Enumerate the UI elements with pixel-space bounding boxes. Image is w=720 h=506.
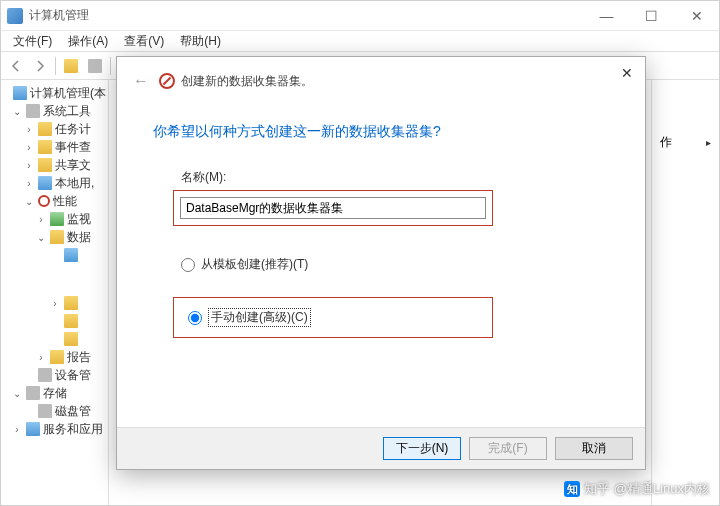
close-button[interactable]: ✕ bbox=[674, 1, 719, 30]
watermark: 知 知乎 @精通Linux内核 bbox=[564, 480, 710, 498]
tree-sub-item-2[interactable]: › bbox=[1, 294, 108, 312]
folder-icon bbox=[64, 296, 78, 310]
expand-icon[interactable]: › bbox=[11, 424, 23, 435]
device-icon bbox=[38, 368, 52, 382]
radio-manual-row[interactable]: 手动创建(高级)(C) bbox=[188, 308, 486, 327]
tree-disk-mgmt[interactable]: 磁盘管 bbox=[1, 402, 108, 420]
tree-label: 数据 bbox=[67, 229, 91, 246]
expand-icon[interactable]: › bbox=[23, 124, 35, 135]
actions-panel: 作 ▸ bbox=[651, 80, 719, 505]
window-title: 计算机管理 bbox=[29, 7, 584, 24]
minimize-button[interactable]: — bbox=[584, 1, 629, 30]
tree-label: 设备管 bbox=[55, 367, 91, 384]
menu-action[interactable]: 操作(A) bbox=[60, 31, 116, 52]
tree-event-viewer[interactable]: ›事件查 bbox=[1, 138, 108, 156]
folder-icon bbox=[64, 248, 78, 262]
tree-monitoring[interactable]: ›监视 bbox=[1, 210, 108, 228]
dialog-close-button[interactable]: ✕ bbox=[617, 63, 637, 83]
radio-template-row[interactable]: 从模板创建(推荐)(T) bbox=[181, 256, 609, 273]
tree-label: 事件查 bbox=[55, 139, 91, 156]
expand-icon[interactable]: › bbox=[35, 214, 47, 225]
cancel-button[interactable]: 取消 bbox=[555, 437, 633, 460]
tree-sub-item-1[interactable] bbox=[1, 246, 108, 264]
tree-panel: 计算机管理(本 ⌄系统工具 ›任务计 ›事件查 ›共享文 ›本地用, ⌄性能 ›… bbox=[1, 80, 109, 505]
tree-label: 磁盘管 bbox=[55, 403, 91, 420]
app-icon bbox=[7, 8, 23, 24]
tree-sub-item-4[interactable] bbox=[1, 330, 108, 348]
tool-properties[interactable] bbox=[84, 55, 106, 77]
storage-icon bbox=[26, 386, 40, 400]
dialog-body: 你希望以何种方式创建这一新的数据收集器集? 名称(M): 从模板创建(推荐)(T… bbox=[117, 97, 645, 427]
tree-reports[interactable]: ›报告 bbox=[1, 348, 108, 366]
window-controls: — ☐ ✕ bbox=[584, 1, 719, 30]
radio-manual[interactable] bbox=[188, 311, 202, 325]
tree-label: 计算机管理(本 bbox=[30, 85, 106, 102]
tree-label: 服务和应用 bbox=[43, 421, 103, 438]
users-icon bbox=[38, 176, 52, 190]
tree-shared-folders[interactable]: ›共享文 bbox=[1, 156, 108, 174]
services-icon bbox=[26, 422, 40, 436]
next-button[interactable]: 下一步(N) bbox=[383, 437, 461, 460]
maximize-button[interactable]: ☐ bbox=[629, 1, 674, 30]
chevron-right-icon: ▸ bbox=[706, 137, 711, 148]
folder-icon bbox=[64, 314, 78, 328]
tree-system-tools[interactable]: ⌄系统工具 bbox=[1, 102, 108, 120]
radio-template-label: 从模板创建(推荐)(T) bbox=[201, 256, 308, 273]
folder-icon bbox=[64, 332, 78, 346]
action-label: 作 bbox=[660, 134, 672, 151]
shared-icon bbox=[38, 158, 52, 172]
expand-icon[interactable]: › bbox=[35, 352, 47, 363]
tree-services[interactable]: ›服务和应用 bbox=[1, 420, 108, 438]
tree-task-scheduler[interactable]: ›任务计 bbox=[1, 120, 108, 138]
tools-icon bbox=[26, 104, 40, 118]
data-icon bbox=[50, 230, 64, 244]
back-arrow-icon[interactable]: ← bbox=[129, 68, 153, 94]
tool-forward[interactable] bbox=[29, 55, 51, 77]
tree-data-collector[interactable]: ⌄数据 bbox=[1, 228, 108, 246]
tree-sub-item-3[interactable] bbox=[1, 312, 108, 330]
tree-device-manager[interactable]: 设备管 bbox=[1, 366, 108, 384]
tree-root[interactable]: 计算机管理(本 bbox=[1, 84, 108, 102]
tool-up[interactable] bbox=[60, 55, 82, 77]
collapse-icon[interactable]: ⌄ bbox=[11, 388, 23, 399]
zhihu-icon: 知 bbox=[564, 481, 580, 497]
radio-manual-label: 手动创建(高级)(C) bbox=[208, 308, 311, 327]
action-item[interactable]: 作 ▸ bbox=[660, 134, 711, 151]
toolbar-separator bbox=[55, 57, 56, 75]
tree-storage[interactable]: ⌄存储 bbox=[1, 384, 108, 402]
collapse-icon[interactable]: ⌄ bbox=[35, 232, 47, 243]
menu-view[interactable]: 查看(V) bbox=[116, 31, 172, 52]
computer-icon bbox=[13, 86, 27, 100]
scheduler-icon bbox=[38, 122, 52, 136]
disk-icon bbox=[38, 404, 52, 418]
perfmon-icon bbox=[159, 73, 175, 89]
tree-label: 本地用, bbox=[55, 175, 94, 192]
tool-back[interactable] bbox=[5, 55, 27, 77]
menu-file[interactable]: 文件(F) bbox=[5, 31, 60, 52]
expand-icon[interactable]: › bbox=[23, 142, 35, 153]
tree-label: 性能 bbox=[53, 193, 77, 210]
wizard-question: 你希望以何种方式创建这一新的数据收集器集? bbox=[153, 123, 609, 141]
menu-help[interactable]: 帮助(H) bbox=[172, 31, 229, 52]
dialog-header: ← 创建新的数据收集器集。 bbox=[117, 57, 645, 97]
collapse-icon[interactable]: ⌄ bbox=[11, 106, 23, 117]
tree-label: 任务计 bbox=[55, 121, 91, 138]
event-icon bbox=[38, 140, 52, 154]
dialog-title: 创建新的数据收集器集。 bbox=[181, 73, 313, 90]
expand-icon[interactable]: › bbox=[23, 178, 35, 189]
tree-performance[interactable]: ⌄性能 bbox=[1, 192, 108, 210]
tree-local-users[interactable]: ›本地用, bbox=[1, 174, 108, 192]
expand-icon[interactable]: › bbox=[23, 160, 35, 171]
name-highlight bbox=[173, 190, 493, 226]
collapse-icon[interactable]: ⌄ bbox=[23, 196, 35, 207]
name-input[interactable] bbox=[180, 197, 486, 219]
tree-label: 系统工具 bbox=[43, 103, 91, 120]
dialog-footer: 下一步(N) 完成(F) 取消 bbox=[117, 427, 645, 469]
name-label: 名称(M): bbox=[153, 169, 609, 186]
titlebar: 计算机管理 — ☐ ✕ bbox=[1, 1, 719, 31]
tree-label: 报告 bbox=[67, 349, 91, 366]
performance-icon bbox=[38, 195, 50, 207]
radio-template[interactable] bbox=[181, 258, 195, 272]
toolbar-separator bbox=[110, 57, 111, 75]
watermark-text: 知乎 @精通Linux内核 bbox=[584, 480, 710, 498]
